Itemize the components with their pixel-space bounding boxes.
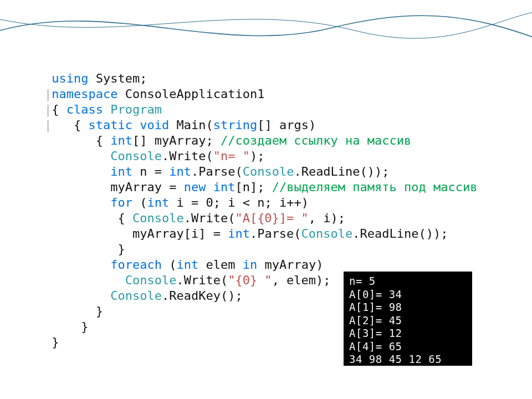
code-line: { int[] myArray; //создаем ссылку на мас… <box>44 133 478 149</box>
code-line: for (int i = 0; i < n; i++) <box>44 195 478 211</box>
console-line: A[4]= 65 <box>349 340 467 354</box>
console-line: A[3]= 12 <box>349 327 467 340</box>
code-line: |namespace ConsoleApplication1 <box>44 86 478 102</box>
code-line: myArray[i] = int.Parse(Console.ReadLine(… <box>44 226 478 242</box>
console-line: A[1]= 98 <box>349 301 467 314</box>
code-line: } <box>44 242 478 257</box>
code-line: int n = int.Parse(Console.ReadLine()); <box>44 164 478 180</box>
code-line: myArray = new int[n]; //выделяем память … <box>44 180 478 195</box>
console-line: A[2]= 45 <box>349 314 467 328</box>
code-line: using System; <box>44 71 478 86</box>
code-line: { Console.Write("A[{0}]= ", i); <box>44 211 478 226</box>
console-line: A[0]= 34 <box>349 288 467 301</box>
decorative-curve <box>0 0 532 50</box>
console-line: n= 5 <box>349 275 467 288</box>
code-line: Console.Write("n= "); <box>44 149 478 164</box>
console-output: n= 5 A[0]= 34 A[1]= 98 A[2]= 45 A[3]= 12… <box>344 272 472 366</box>
code-line: foreach (int elem in myArray) <box>44 257 478 273</box>
code-line: | { static void Main(string[] args) <box>44 117 478 133</box>
console-line: 34 98 45 12 65 <box>349 353 467 366</box>
code-line: |{ class Program <box>44 102 478 117</box>
